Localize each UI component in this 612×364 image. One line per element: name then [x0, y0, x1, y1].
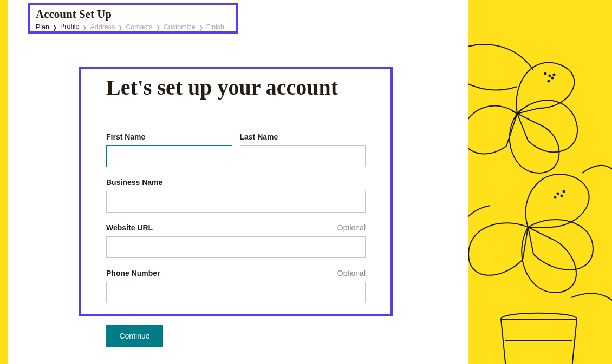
svg-point-3 [554, 74, 555, 76]
first-name-label: First Name [106, 133, 145, 141]
breadcrumb-step-plan[interactable]: Plan [36, 23, 49, 31]
chevron-right-icon: ❯ [53, 24, 57, 30]
svg-point-0 [549, 75, 551, 77]
website-url-label: Website URL [106, 223, 153, 232]
first-name-input[interactable] [106, 145, 232, 167]
form-heading: Let's set up your account [106, 75, 366, 100]
last-name-input[interactable] [240, 145, 366, 167]
chevron-right-icon: ❯ [156, 24, 160, 30]
chevron-right-icon: ❯ [82, 24, 87, 30]
page-title: Account Set Up [36, 8, 231, 21]
svg-point-7 [555, 197, 556, 198]
phone-number-optional: Optional [337, 269, 366, 277]
last-name-label: Last Name [240, 133, 278, 141]
svg-point-4 [545, 73, 546, 75]
breadcrumb-step-finish: Finish [206, 23, 224, 31]
chevron-right-icon: ❯ [118, 24, 122, 30]
phone-number-label: Phone Number [106, 269, 160, 277]
svg-point-5 [557, 193, 559, 195]
continue-button[interactable]: Continue [106, 325, 163, 347]
svg-point-6 [561, 195, 563, 197]
phone-number-input[interactable] [106, 282, 366, 303]
breadcrumb: Plan ❯ Profile ❯ Address ❯ Contacts ❯ Cu… [36, 23, 231, 31]
profile-form-box: Let's set up your account First Name Las… [79, 67, 393, 316]
chevron-right-icon: ❯ [199, 24, 203, 30]
breadcrumb-step-contacts: Contacts [126, 23, 152, 31]
business-name-input[interactable] [106, 191, 366, 213]
website-url-optional: Optional [337, 223, 366, 232]
breadcrumb-step-customize: Customize [164, 23, 196, 31]
website-url-input[interactable] [106, 236, 366, 258]
breadcrumb-step-profile: Profile [60, 23, 79, 31]
svg-point-2 [548, 81, 550, 82]
svg-point-8 [563, 191, 565, 193]
header-breadcrumb-box: Account Set Up Plan ❯ Profile ❯ Address … [28, 3, 238, 34]
left-accent-stripe [0, 0, 8, 364]
svg-point-1 [552, 77, 554, 79]
business-name-label: Business Name [106, 178, 162, 187]
decorative-flower-panel [468, 0, 612, 364]
breadcrumb-step-address: Address [90, 23, 115, 31]
header-divider [8, 39, 468, 39]
